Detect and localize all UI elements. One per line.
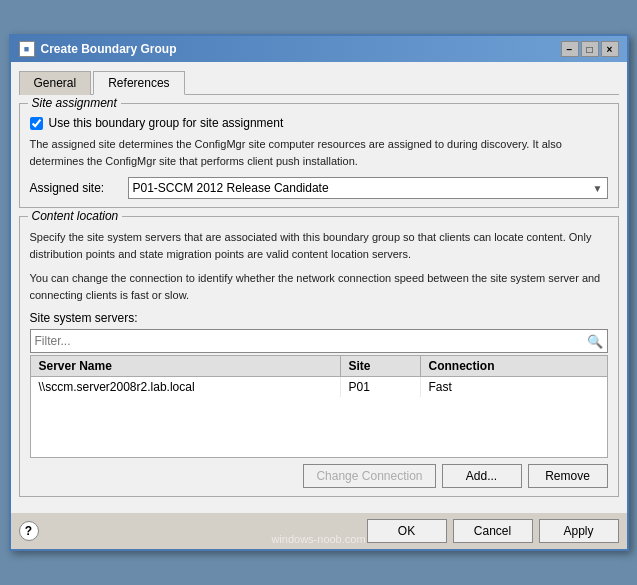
title-bar-buttons: − □ ×: [561, 41, 619, 57]
remove-button[interactable]: Remove: [528, 464, 608, 488]
site-assignment-checkbox-label: Use this boundary group for site assignm…: [49, 116, 284, 130]
tab-general[interactable]: General: [19, 71, 92, 95]
servers-table: Server Name Site Connection \\sccm.serve…: [30, 355, 608, 458]
close-button[interactable]: ×: [601, 41, 619, 57]
servers-label: Site system servers:: [30, 311, 608, 325]
dialog-create-boundary-group: ■ Create Boundary Group − □ × General Re…: [9, 34, 629, 551]
dialog-title: Create Boundary Group: [41, 42, 177, 56]
dropdown-value: P01-SCCM 2012 Release Candidate: [133, 181, 329, 195]
table-header: Server Name Site Connection: [31, 356, 607, 377]
content-location-desc1: Specify the site system servers that are…: [30, 229, 608, 262]
title-bar: ■ Create Boundary Group − □ ×: [11, 36, 627, 62]
filter-box: 🔍: [30, 329, 608, 353]
dropdown-arrow-icon: ▼: [593, 183, 603, 194]
checkbox-row: Use this boundary group for site assignm…: [30, 116, 608, 130]
col-header-server: Server Name: [31, 356, 341, 376]
cell-site: P01: [341, 377, 421, 397]
search-icon: 🔍: [587, 334, 603, 349]
title-bar-left: ■ Create Boundary Group: [19, 41, 177, 57]
maximize-button[interactable]: □: [581, 41, 599, 57]
change-connection-button[interactable]: Change Connection: [303, 464, 435, 488]
site-assignment-content: Use this boundary group for site assignm…: [30, 116, 608, 199]
site-assignment-checkbox[interactable]: [30, 117, 43, 130]
assigned-site-row: Assigned site: P01-SCCM 2012 Release Can…: [30, 177, 608, 199]
content-location-label: Content location: [28, 209, 123, 223]
col-header-site: Site: [341, 356, 421, 376]
content-location-group: Content location Specify the site system…: [19, 216, 619, 497]
dialog-icon: ■: [19, 41, 35, 57]
tab-bar: General References: [19, 70, 619, 95]
assigned-site-dropdown[interactable]: P01-SCCM 2012 Release Candidate ▼: [128, 177, 608, 199]
cell-connection: Fast: [421, 377, 541, 397]
content-location-desc2: You can change the connection to identif…: [30, 270, 608, 303]
table-row[interactable]: \\sccm.server2008r2.lab.local P01 Fast: [31, 377, 607, 397]
cell-server: \\sccm.server2008r2.lab.local: [31, 377, 341, 397]
assigned-site-label: Assigned site:: [30, 181, 120, 195]
minimize-button[interactable]: −: [561, 41, 579, 57]
dialog-body: General References Site assignment Use t…: [11, 62, 627, 513]
col-header-connection: Connection: [421, 356, 541, 376]
table-body: \\sccm.server2008r2.lab.local P01 Fast: [31, 377, 607, 457]
site-assignment-group: Site assignment Use this boundary group …: [19, 103, 619, 208]
site-assignment-description: The assigned site determines the ConfigM…: [30, 136, 608, 169]
watermark: windows-noob.com: [9, 533, 629, 545]
action-buttons: Change Connection Add... Remove: [30, 464, 608, 488]
add-button[interactable]: Add...: [442, 464, 522, 488]
filter-input[interactable]: [35, 334, 587, 348]
site-assignment-label: Site assignment: [28, 96, 121, 110]
content-location-content: Specify the site system servers that are…: [30, 229, 608, 488]
tab-references[interactable]: References: [93, 71, 184, 95]
